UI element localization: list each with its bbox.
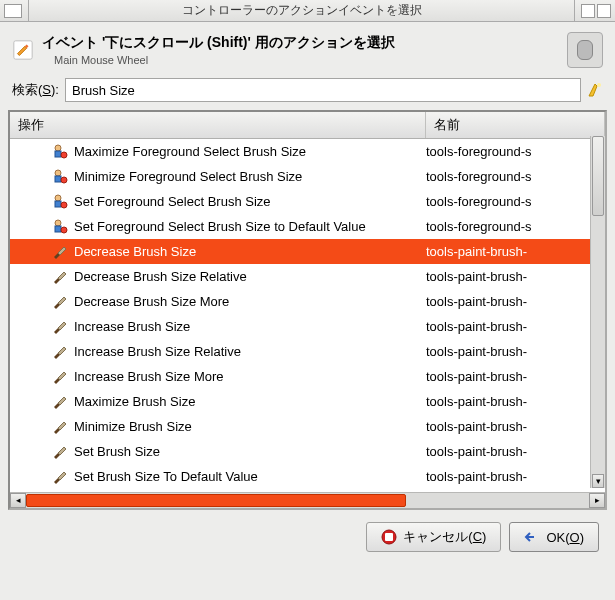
svg-point-2	[55, 145, 61, 151]
foreground-select-icon	[52, 168, 68, 184]
clear-search-icon[interactable]	[587, 82, 603, 98]
row-action-label: Decrease Brush Size	[74, 244, 426, 259]
hscrollbar-thumb[interactable]	[26, 494, 406, 507]
paintbrush-icon	[52, 418, 68, 434]
foreground-select-icon	[52, 193, 68, 209]
row-name-label: tools-foreground-s	[426, 194, 605, 209]
svg-rect-9	[55, 201, 61, 207]
row-action-label: Maximize Foreground Select Brush Size	[74, 144, 426, 159]
row-action-label: Increase Brush Size	[74, 319, 426, 334]
row-name-label: tools-paint-brush-	[426, 419, 605, 434]
row-name-label: tools-paint-brush-	[426, 344, 605, 359]
dialog-subtitle: Main Mouse Wheel	[54, 54, 559, 66]
ok-icon	[524, 529, 540, 545]
row-action-label: Decrease Brush Size More	[74, 294, 426, 309]
svg-point-10	[61, 202, 67, 208]
cancel-button[interactable]: キャンセル(C)	[366, 522, 501, 552]
row-action-label: Set Brush Size To Default Value	[74, 469, 426, 484]
table-row[interactable]: Set Foreground Select Brush Size to Defa…	[10, 214, 605, 239]
row-action-label: Increase Brush Size Relative	[74, 344, 426, 359]
row-action-label: Set Brush Size	[74, 444, 426, 459]
paintbrush-icon	[52, 343, 68, 359]
titlebar-button-2[interactable]	[597, 4, 611, 18]
table-row[interactable]: Maximize Foreground Select Brush Sizetoo…	[10, 139, 605, 164]
svg-point-7	[61, 177, 67, 183]
mouse-device-icon	[567, 32, 603, 68]
row-name-label: tools-paint-brush-	[426, 469, 605, 484]
table-row[interactable]: Maximize Brush Sizetools-paint-brush-	[10, 389, 605, 414]
row-action-label: Increase Brush Size More	[74, 369, 426, 384]
row-action-label: Minimize Foreground Select Brush Size	[74, 169, 426, 184]
paintbrush-icon	[52, 393, 68, 409]
scroll-down-arrow[interactable]: ▾	[592, 474, 604, 488]
paintbrush-icon	[52, 468, 68, 484]
paintbrush-icon	[52, 318, 68, 334]
row-action-label: Decrease Brush Size Relative	[74, 269, 426, 284]
scroll-right-arrow[interactable]: ▸	[589, 493, 605, 508]
titlebar-menu-icon[interactable]	[4, 4, 22, 18]
row-name-label: tools-foreground-s	[426, 169, 605, 184]
action-table: 操作 名前 Maximize Foreground Select Brush S…	[8, 110, 607, 510]
table-row[interactable]: Set Foreground Select Brush Sizetools-fo…	[10, 189, 605, 214]
foreground-select-icon	[52, 143, 68, 159]
titlebar-button-1[interactable]	[581, 4, 595, 18]
paintbrush-icon	[52, 368, 68, 384]
row-name-label: tools-paint-brush-	[426, 294, 605, 309]
row-name-label: tools-paint-brush-	[426, 394, 605, 409]
dialog-header: イベント '下にスクロール (Shift)' 用のアクションを選択 Main M…	[8, 28, 607, 74]
search-input[interactable]	[65, 78, 581, 102]
search-label: 検索(S):	[12, 81, 59, 99]
row-name-label: tools-foreground-s	[426, 219, 605, 234]
ok-button[interactable]: OK(O)	[509, 522, 599, 552]
cancel-icon	[381, 529, 397, 545]
row-name-label: tools-paint-brush-	[426, 244, 605, 259]
row-action-label: Set Foreground Select Brush Size to Defa…	[74, 219, 426, 234]
table-row[interactable]: Decrease Brush Size Relativetools-paint-…	[10, 264, 605, 289]
svg-point-4	[61, 152, 67, 158]
table-row[interactable]: Increase Brush Size Relativetools-paint-…	[10, 339, 605, 364]
svg-point-8	[55, 195, 61, 201]
row-name-label: tools-paint-brush-	[426, 444, 605, 459]
row-action-label: Minimize Brush Size	[74, 419, 426, 434]
dialog-title: イベント '下にスクロール (Shift)' 用のアクションを選択	[42, 34, 559, 52]
svg-rect-3	[55, 151, 61, 157]
row-name-label: tools-paint-brush-	[426, 319, 605, 334]
table-row[interactable]: Set Brush Sizetools-paint-brush-	[10, 439, 605, 464]
table-row[interactable]: Increase Brush Size Moretools-paint-brus…	[10, 364, 605, 389]
row-name-label: tools-foreground-s	[426, 144, 605, 159]
edit-icon	[12, 39, 34, 61]
paintbrush-icon	[52, 243, 68, 259]
svg-point-11	[55, 220, 61, 226]
table-row[interactable]: Minimize Brush Sizetools-paint-brush-	[10, 414, 605, 439]
paintbrush-icon	[52, 268, 68, 284]
table-row[interactable]: Decrease Brush Sizetools-paint-brush-	[10, 239, 605, 264]
table-row[interactable]: Increase Brush Sizetools-paint-brush-	[10, 314, 605, 339]
window-titlebar: コントローラーのアクションイベントを選択	[0, 0, 615, 22]
svg-rect-6	[55, 176, 61, 182]
row-name-label: tools-paint-brush-	[426, 269, 605, 284]
scroll-left-arrow[interactable]: ◂	[10, 493, 26, 508]
column-header-action[interactable]: 操作	[10, 112, 426, 138]
paintbrush-icon	[52, 443, 68, 459]
scrollbar-thumb[interactable]	[592, 136, 604, 216]
row-name-label: tools-paint-brush-	[426, 369, 605, 384]
row-action-label: Maximize Brush Size	[74, 394, 426, 409]
svg-point-13	[61, 227, 67, 233]
table-row[interactable]: Set Brush Size To Default Valuetools-pai…	[10, 464, 605, 489]
svg-rect-15	[385, 533, 393, 541]
svg-point-1	[597, 83, 601, 87]
table-row[interactable]: Minimize Foreground Select Brush Sizetoo…	[10, 164, 605, 189]
svg-point-5	[55, 170, 61, 176]
foreground-select-icon	[52, 218, 68, 234]
svg-rect-12	[55, 226, 61, 232]
paintbrush-icon	[52, 293, 68, 309]
row-action-label: Set Foreground Select Brush Size	[74, 194, 426, 209]
window-title: コントローラーのアクションイベントを選択	[28, 0, 575, 21]
vertical-scrollbar[interactable]: ▾	[590, 136, 605, 488]
column-header-name[interactable]: 名前	[426, 112, 605, 138]
table-row[interactable]: Decrease Brush Size Moretools-paint-brus…	[10, 289, 605, 314]
horizontal-scrollbar[interactable]: ◂ ▸	[10, 492, 605, 508]
